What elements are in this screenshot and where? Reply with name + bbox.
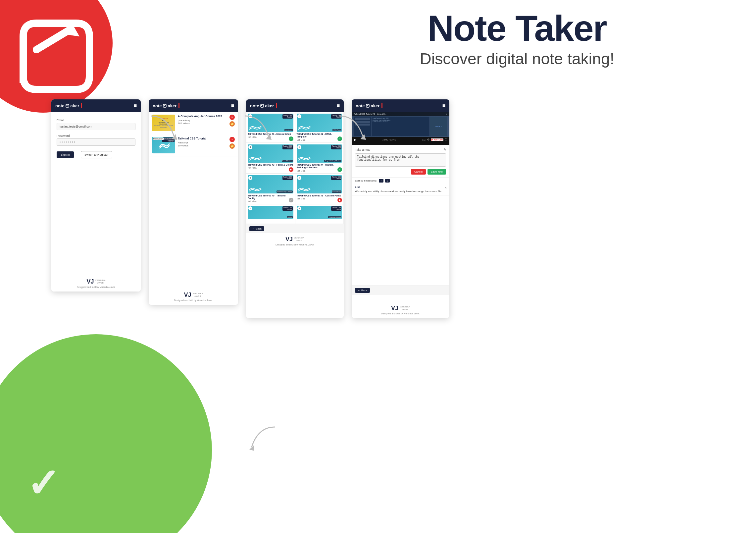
vsl-7: Toolbox	[287, 216, 293, 218]
back-button-4[interactable]: ← Back	[355, 288, 370, 293]
back-bar-3: ← Back	[246, 224, 344, 233]
signin-button[interactable]: Sign In	[57, 151, 74, 158]
vsl-6: Custom Fonts	[332, 190, 341, 193]
arrow-down	[245, 424, 278, 453]
video-thumb-5: Tailwind CSSTutorial Tailwind Config & T…	[248, 175, 293, 193]
footer-vj-1: VJ	[86, 278, 94, 285]
video-thumb-8: Tailwind CSSTutorial Responsive Classes …	[297, 206, 342, 219]
brand-logo-3: note aker	[250, 103, 277, 108]
switch-to-register-button[interactable]: Switch to Register	[81, 151, 112, 158]
video-item-7[interactable]: Tailwind CSSTutorial Toolbox 7	[246, 204, 295, 224]
save-note-button[interactable]: Save note	[428, 169, 446, 175]
video-title-4: Tailwind CSS Tutorial #4 - Margin, Paddi…	[297, 164, 342, 169]
vtl-6: Tailwind CSSTutorial	[331, 176, 341, 180]
vsl-1: Introduction	[284, 129, 293, 131]
video-check-5[interactable]: ✓	[289, 198, 293, 202]
note-btn-row: Cancel Save note	[355, 169, 446, 175]
brand-text-1: note	[55, 103, 64, 108]
back-button-3[interactable]: ← Back	[249, 226, 264, 231]
folder-badge-tailwind[interactable]: 📁	[229, 143, 235, 149]
footer-logo-1: VJ VERONIKAJAVOR	[55, 278, 137, 285]
video-thumb-4: Tailwind CSSTutorial Margin, Padding & B…	[297, 144, 342, 163]
settings-icon[interactable]: ⚙	[427, 138, 429, 141]
video-title-6: Tailwind CSS Tutorial #6 - Custom Fonts	[297, 194, 342, 197]
hamburger-icon-3[interactable]: ≡	[337, 103, 340, 109]
note-entry-839: 8:39 We mainly use utility classes and w…	[352, 184, 449, 195]
player-menu-icon[interactable]: ⋮	[445, 113, 447, 115]
remove-badge-tailwind[interactable]: ×	[229, 137, 235, 142]
vnum-5: 5	[248, 176, 252, 180]
edit-icon[interactable]: ✎	[443, 148, 446, 151]
back-bar-4: ← Back	[352, 286, 449, 295]
subtitles-icon[interactable]: CC	[422, 138, 426, 141]
video-check-4[interactable]: ✓	[337, 167, 342, 172]
course-meta-tailwind: Net Ninja19 videos	[178, 141, 227, 147]
svg-line-6	[67, 105, 68, 106]
vtl-7: Tailwind CSSTutorial	[282, 206, 293, 211]
note-close-839[interactable]: ×	[445, 186, 447, 189]
fullscreen-icon[interactable]: ⛶	[445, 138, 447, 141]
video-check-6[interactable]: ▶	[337, 198, 342, 202]
video-check-3[interactable]: ▶	[289, 167, 293, 172]
note-placeholder-label: Take a note	[355, 148, 371, 151]
remove-badge-angular[interactable]: ×	[229, 115, 235, 120]
email-input[interactable]	[57, 123, 135, 130]
arrow-1	[147, 113, 180, 142]
footer-vj-3: VJ	[285, 236, 293, 243]
vsl-3: Fonts & Colours	[282, 160, 293, 162]
hamburger-icon-1[interactable]: ≡	[134, 103, 137, 109]
footer-credit-1: Designed and built by Veronika Javor.	[55, 286, 137, 288]
video-item-3[interactable]: Tailwind CSSTutorial Fonts & Colours 3 T…	[246, 143, 295, 174]
course-info-tailwind: Tailwind CSS Tutorial Net Ninja19 videos	[178, 137, 227, 147]
red-bar-3	[276, 103, 277, 108]
footer-credit-3: Designed and built by Veronika Javor.	[249, 243, 340, 246]
red-bar-2	[178, 103, 179, 108]
hamburger-icon-4[interactable]: ≡	[442, 103, 445, 109]
vtl-4: Tailwind CSSTutorial	[331, 145, 341, 149]
vnum-2: 2	[297, 114, 301, 118]
note-textarea[interactable]: Tailwind directives are getting all the …	[355, 153, 446, 167]
cancel-button[interactable]: Cancel	[411, 169, 426, 175]
footer-vj-2: VJ	[184, 292, 191, 298]
video-item-6[interactable]: Tailwind CSSTutorial Custom Fonts 6 Tail…	[295, 174, 344, 204]
folder-badge-angular[interactable]: 📁	[229, 121, 235, 127]
video-item-8[interactable]: Tailwind CSSTutorial Responsive Classes …	[295, 204, 344, 224]
sort-row: Sort by timestamp: ↑ ↓	[352, 177, 449, 184]
sort-desc-button[interactable]: ↓	[385, 179, 390, 183]
video-author-4: Net Ninja	[297, 170, 342, 172]
login-form: Email Password Sign In – Switch to Regis…	[51, 112, 141, 165]
login-btn-row: Sign In – Switch to Register	[57, 151, 135, 158]
vsl-5: Tailwind Config & Theme	[277, 190, 292, 193]
footer-2: VJ VERONIKAJAVOR Designed and built by V…	[149, 289, 238, 305]
svg-marker-3	[266, 134, 272, 140]
password-input[interactable]	[57, 138, 135, 146]
app-tagline: Discover digital note taking!	[298, 50, 736, 68]
vtl-5: Tailwind CSSTutorial	[282, 176, 293, 180]
footer-logo-4: VJ VERONIKAJAVOR	[355, 305, 446, 312]
vtl-1: Tailwind CSSTutorial	[282, 114, 293, 119]
video-author-2: Net Ninja	[297, 139, 342, 141]
green-check-decoration: ✓	[26, 460, 60, 506]
video-item-5[interactable]: Tailwind CSSTutorial Tailwind Config & T…	[246, 174, 295, 204]
video-item-4[interactable]: Tailwind CSSTutorial Margin, Padding & B…	[295, 143, 344, 174]
brand-text-4: aker	[168, 103, 176, 108]
video-title-2: Tailwind CSS Tutorial #2 - HTML Template	[297, 133, 342, 138]
youtube-icon[interactable]: ▶ YouTube	[431, 138, 443, 141]
sort-label: Sort by timestamp:	[355, 179, 377, 182]
app-title: Note Taker	[298, 10, 736, 46]
arrow-2	[242, 113, 275, 142]
course-title-tailwind: Tailwind CSS Tutorial	[178, 137, 227, 140]
brand-logo-2: note aker	[153, 103, 179, 108]
svg-line-7	[164, 105, 166, 106]
hamburger-icon-2[interactable]: ≡	[231, 103, 234, 109]
brand-text-3: note	[153, 103, 162, 108]
video-thumb-6: Tailwind CSSTutorial Custom Fonts 6	[297, 175, 342, 193]
nav-bar-1: note aker ≡	[51, 99, 141, 112]
sort-asc-button[interactable]: ↑	[379, 179, 383, 183]
video-check-1[interactable]: ✓	[289, 136, 293, 141]
brand-text-2: aker	[70, 103, 79, 108]
screen-login: note aker ≡ Email Password Sign In – Swi…	[51, 99, 141, 292]
vnum-4: 4	[297, 145, 301, 149]
video-title-5: Tailwind CSS Tutorial #5 - Tailwind Conf…	[248, 194, 293, 200]
vnum-6: 6	[297, 176, 301, 180]
